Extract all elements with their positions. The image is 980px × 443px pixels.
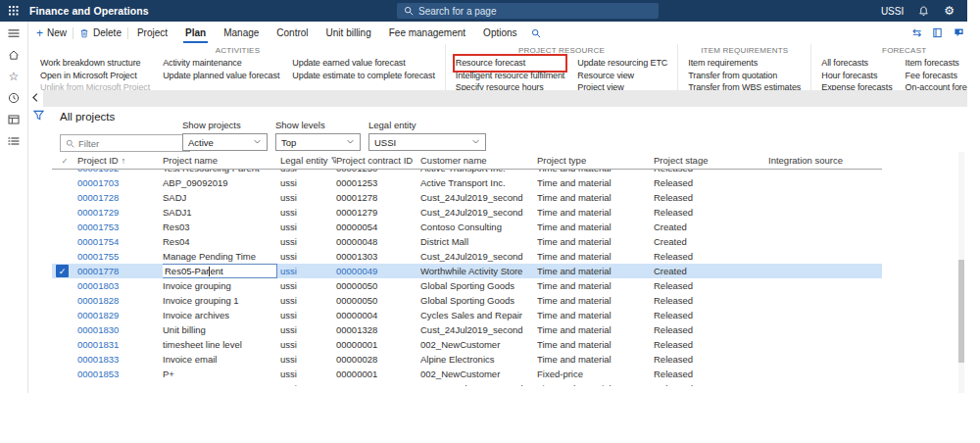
notebook-icon[interactable] [932, 27, 943, 38]
grid-row[interactable]: 00001754Res04ussi00000048District MallTi… [52, 234, 882, 249]
grid-row[interactable]: 00001831timesheet line levelussi00000001… [52, 337, 882, 352]
action-search-icon[interactable] [531, 28, 541, 38]
modules-icon[interactable] [8, 134, 20, 147]
grid-row[interactable]: 00001703ABP_09092019ussi00001253Active T… [52, 175, 882, 190]
ribbon-item-hour-forecasts[interactable]: Hour forecasts [821, 70, 892, 82]
tab-project[interactable]: Project [128, 24, 176, 43]
cell-project-name[interactable]: SADJ1 [163, 207, 280, 218]
filter-pane-icon[interactable] [33, 110, 44, 121]
cell-project-name[interactable]: Invoice grouping [163, 280, 280, 291]
grid-row[interactable]: ✓00001778Res05-Parentussi00000049Worthwh… [52, 264, 882, 278]
cell-project-name[interactable]: Invoice grouping 1 [163, 295, 280, 306]
tab-control[interactable]: Control [268, 24, 317, 43]
ribbon-item-resource-forecast[interactable]: Resource forecast [456, 57, 564, 70]
select-all-check-icon[interactable]: ✓ [52, 156, 77, 166]
show-levels-dropdown[interactable]: Top [275, 133, 361, 151]
cell-project-name[interactable]: ABP_09092019 [163, 177, 280, 188]
ribbon-item-open-in-microsoft-project[interactable]: Open in Microsoft Project [40, 70, 150, 82]
legal-entity-dropdown[interactable]: USSI [368, 133, 486, 151]
grid-row[interactable]: 00001830Unit billingussi00001328Cust_24J… [52, 322, 882, 337]
grid-row[interactable]: 00001755Manage Pending Timeussi00001303C… [52, 249, 882, 264]
cell-project-name[interactable]: timesheet line level [163, 339, 280, 350]
ribbon-item-specify-resource-hours[interactable]: Specify resource hours [456, 81, 564, 90]
feedback-icon[interactable] [954, 27, 964, 38]
vertical-scrollbar[interactable] [958, 152, 964, 393]
cell-project-name[interactable]: UB1 [163, 383, 280, 386]
column-header-project-name[interactable]: Project name [163, 155, 280, 166]
grid-row[interactable]: 00001729SADJ1ussi00001279Cust_24Jul2019_… [52, 205, 882, 220]
ribbon-item-item-requirements[interactable]: Item requirements [688, 57, 801, 70]
app-title[interactable]: Finance and Operations [29, 5, 149, 17]
ribbon-item-transfer-from-quotation[interactable]: Transfer from quotation [688, 70, 801, 82]
ribbon-item-work-breakdown-structure[interactable]: Work breakdown structure [40, 57, 150, 70]
tab-manage[interactable]: Manage [215, 24, 268, 43]
ribbon-item-update-planned-value-forecast[interactable]: Update planned value forecast [163, 70, 279, 82]
project-id-link[interactable]: 00001829 [77, 310, 163, 320]
ribbon-item-project-view[interactable]: Project view [577, 81, 667, 90]
project-id-link[interactable]: 00001878 [77, 383, 163, 386]
project-id-link[interactable]: 00001778 [77, 266, 163, 276]
ribbon-item-activity-maintenance[interactable]: Activity maintenance [163, 57, 279, 70]
collapse-pane-icon[interactable] [30, 92, 41, 103]
grid-row[interactable]: 00001692Test Resourcing Parentussi000012… [52, 169, 882, 175]
ribbon-item-update-earned-value-forecast[interactable]: Update earned value forecast [292, 57, 434, 70]
ribbon-item-intelligent-resource-fulfilment[interactable]: Intelligent resource fulfilment [456, 70, 564, 82]
column-header-project-contract-id[interactable]: Project contract ID [336, 155, 420, 166]
cell-project-name[interactable]: Manage Pending Time [163, 251, 280, 262]
project-id-link[interactable]: 00001754 [77, 236, 163, 247]
ribbon-item-update-resourcing-etc[interactable]: Update resourcing ETC [577, 57, 667, 70]
tab-plan[interactable]: Plan [176, 24, 215, 43]
show-projects-dropdown[interactable]: Active [182, 133, 268, 151]
grid-filter-input[interactable]: Filter [60, 134, 190, 152]
ribbon-item-resource-view[interactable]: Resource view [577, 70, 667, 82]
cell-project-name[interactable]: Invoice archives [163, 310, 280, 320]
cell-row-select[interactable]: ✓ [52, 265, 77, 277]
grid-row[interactable]: 00001833Invoice emailussi00000028Alpine … [52, 352, 882, 367]
project-id-link[interactable]: 00001831 [77, 339, 163, 350]
project-id-link[interactable]: 00001755 [77, 251, 163, 262]
home-icon[interactable] [8, 48, 20, 61]
grid-row[interactable]: 00001878UB1ussi00001353Cust_24Jul2019_se… [52, 381, 882, 386]
grid-row[interactable]: 00001803Invoice groupingussi00000050Glob… [52, 278, 882, 293]
cell-project-name[interactable]: P+ [163, 369, 280, 379]
swap-icon[interactable]: ⇆ [912, 27, 921, 38]
project-id-link[interactable]: 00001753 [77, 222, 163, 232]
project-id-link[interactable]: 00001728 [77, 192, 163, 203]
project-id-link[interactable]: 00001729 [77, 207, 163, 218]
cell-project-name[interactable]: Res03 [163, 222, 280, 232]
ribbon-item-all-forecasts[interactable]: All forecasts [821, 57, 892, 70]
project-id-link[interactable]: 00001853 [77, 369, 163, 379]
ribbon-item-item-forecasts[interactable]: Item forecasts [906, 57, 967, 70]
tab-options[interactable]: Options [474, 24, 525, 43]
column-header-integration-source[interactable]: Integration source [768, 155, 882, 166]
grid-row[interactable]: 00001829Invoice archivesussi00000004Cycl… [52, 308, 882, 322]
cell-project-name[interactable]: Res05-Parent [163, 264, 280, 278]
grid-row[interactable]: 00001828Invoice grouping 1ussi00000050Gl… [52, 293, 882, 308]
page-search-box[interactable]: Search for a page [397, 3, 659, 19]
project-id-link[interactable]: 00001833 [77, 354, 163, 365]
cell-project-name[interactable]: SADJ [163, 192, 280, 203]
tab-unit-billing[interactable]: Unit billing [318, 24, 380, 43]
column-header-legal-entity[interactable]: Legal entity [280, 155, 336, 166]
cell-project-name[interactable]: Unit billing [163, 324, 280, 335]
company-selector[interactable]: USSI [881, 6, 904, 17]
ribbon-item-fee-forecasts[interactable]: Fee forecasts [906, 70, 967, 82]
ribbon-item-on-account-forecasts[interactable]: On-account forecasts [906, 81, 967, 90]
ribbon-item-expense-forecasts[interactable]: Expense forecasts [821, 81, 892, 90]
project-id-link[interactable]: 00001830 [77, 324, 163, 335]
column-header-project-type[interactable]: Project type [537, 155, 654, 166]
clock-icon[interactable] [8, 91, 20, 104]
cell-legal-entity[interactable]: ussi [280, 266, 336, 276]
cell-project-name[interactable]: Invoice email [163, 354, 280, 365]
grid-row[interactable]: 00001853P+ussi00000001002_NewCustomerFix… [52, 367, 882, 381]
cell-project-name[interactable]: Res04 [163, 236, 280, 247]
project-id-link[interactable]: 00001703 [77, 177, 163, 188]
star-icon[interactable]: ☆ [9, 70, 20, 82]
tab-fee-management[interactable]: Fee management [380, 24, 474, 43]
column-header-project-stage[interactable]: Project stage [654, 155, 768, 166]
workspace-icon[interactable] [8, 113, 20, 125]
ribbon-item-update-estimate-to-complete-forecast[interactable]: Update estimate to complete forecast [292, 70, 434, 82]
waffle-icon[interactable] [9, 6, 19, 16]
bell-icon[interactable] [918, 6, 929, 17]
delete-button[interactable]: Delete [74, 27, 127, 38]
